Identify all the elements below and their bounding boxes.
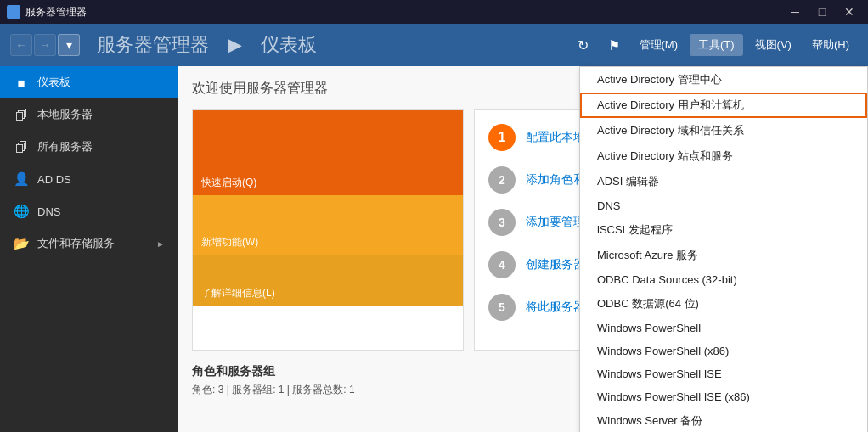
menu-view[interactable]: 视图(V)	[747, 34, 800, 56]
header: ← → ▾ 服务器管理器 ▶ 仪表板 ↻ ⚑ 管理(M) 工具(T) 视图(V)…	[0, 24, 868, 66]
sidebar-label-dns: DNS	[37, 205, 165, 218]
dropdown-item[interactable]: Windows PowerShell (x86)	[580, 339, 867, 362]
dropdown-item[interactable]: iSCSI 发起程序	[580, 217, 867, 243]
dropdown-item[interactable]: Active Directory 用户和计算机	[580, 93, 867, 118]
nav-buttons: ← → ▾	[10, 34, 80, 56]
sidebar-label-adds: AD DS	[37, 173, 165, 186]
sidebar-item-files[interactable]: 📂 文件和存储服务 ►	[0, 227, 178, 260]
dropdown-item[interactable]: Windows PowerShell ISE (x86)	[580, 385, 867, 408]
all-servers-icon: 🗍	[14, 140, 29, 154]
chevron-right-icon: ►	[156, 239, 165, 249]
step-2-number: 2	[488, 166, 516, 194]
sidebar-label-local-server: 本地服务器	[37, 107, 165, 122]
tile-label-new: 新增功能(W)	[201, 235, 258, 250]
step-4-number: 4	[488, 251, 516, 278]
tile-orange-bot: 了解详细信息(L)	[193, 255, 463, 306]
dropdown-item[interactable]: Active Directory 域和信任关系	[580, 118, 867, 143]
tile-orange-mid: 新增功能(W)	[193, 195, 463, 255]
refresh-button[interactable]: ↻	[570, 31, 597, 59]
page-title: 仪表板	[261, 34, 317, 55]
forward-button[interactable]: →	[34, 34, 56, 56]
step-3-number: 3	[488, 209, 516, 236]
dashboard-icon: ■	[14, 76, 29, 90]
maximize-button[interactable]: □	[810, 3, 834, 20]
app-icon	[7, 5, 20, 19]
sidebar-label-files: 文件和存储服务	[37, 236, 148, 251]
quick-tile: 快速启动(Q) 新增功能(W) 了解详细信息(L)	[192, 109, 464, 351]
local-server-icon: 🗍	[14, 108, 29, 122]
menu-manage[interactable]: 管理(M)	[631, 34, 687, 56]
close-button[interactable]: ✕	[837, 3, 861, 20]
titlebar: 服务器管理器 ─ □ ✕	[0, 0, 868, 24]
breadcrumb-separator: ▶	[228, 34, 247, 55]
dropdown-item[interactable]: Active Directory 管理中心	[580, 67, 867, 93]
tile-orange-top: 快速启动(Q)	[193, 110, 463, 195]
app-title: 服务器管理器	[97, 34, 209, 55]
sidebar-label-all-servers: 所有服务器	[37, 139, 165, 154]
header-title: 服务器管理器 ▶ 仪表板	[90, 32, 570, 58]
adds-icon: 👤	[14, 171, 29, 187]
step-5-number: 5	[488, 294, 516, 321]
dropdown-item[interactable]: Windows Server 备份	[580, 408, 867, 432]
sidebar-item-all-servers[interactable]: 🗍 所有服务器	[0, 131, 178, 163]
dns-icon: 🌐	[14, 204, 29, 219]
menu-tools[interactable]: 工具(T)	[690, 34, 743, 56]
sidebar-item-dns[interactable]: 🌐 DNS	[0, 195, 178, 227]
files-icon: 📂	[14, 236, 29, 251]
flag-button[interactable]: ⚑	[600, 31, 628, 59]
menu-help[interactable]: 帮助(H)	[803, 34, 858, 56]
dropdown-item[interactable]: ADSI 编辑器	[580, 169, 867, 194]
tile-label-learn: 了解详细信息(L)	[201, 286, 275, 300]
sidebar-item-dashboard[interactable]: ■ 仪表板	[0, 66, 178, 98]
tile-label-quick: 快速启动(Q)	[201, 176, 256, 190]
dropdown-item[interactable]: ODBC Data Sources (32-bit)	[580, 268, 867, 291]
dropdown-item[interactable]: ODBC 数据源(64 位)	[580, 291, 867, 317]
dropdown-item[interactable]: DNS	[580, 194, 867, 217]
tools-dropdown: Active Directory 管理中心Active Directory 用户…	[579, 66, 868, 432]
sidebar-item-local-server[interactable]: 🗍 本地服务器	[0, 98, 178, 131]
header-right: ↻ ⚑ 管理(M) 工具(T) 视图(V) 帮助(H)	[570, 31, 859, 59]
dropdown-button[interactable]: ▾	[58, 34, 80, 56]
sidebar-label-dashboard: 仪表板	[37, 75, 165, 90]
back-button[interactable]: ←	[10, 34, 32, 56]
titlebar-title: 服务器管理器	[25, 5, 783, 20]
dropdown-item[interactable]: Active Directory 站点和服务	[580, 143, 867, 169]
dropdown-item[interactable]: Windows PowerShell	[580, 317, 867, 339]
dropdown-item[interactable]: Microsoft Azure 服务	[580, 243, 867, 268]
minimize-button[interactable]: ─	[783, 3, 807, 20]
step-1-number: 1	[488, 124, 516, 151]
window-controls: ─ □ ✕	[783, 3, 861, 20]
dropdown-item[interactable]: Windows PowerShell ISE	[580, 362, 867, 385]
sidebar: ■ 仪表板 🗍 本地服务器 🗍 所有服务器 👤 AD DS 🌐 DNS 📂 文件…	[0, 66, 178, 432]
sidebar-item-adds[interactable]: 👤 AD DS	[0, 163, 178, 195]
